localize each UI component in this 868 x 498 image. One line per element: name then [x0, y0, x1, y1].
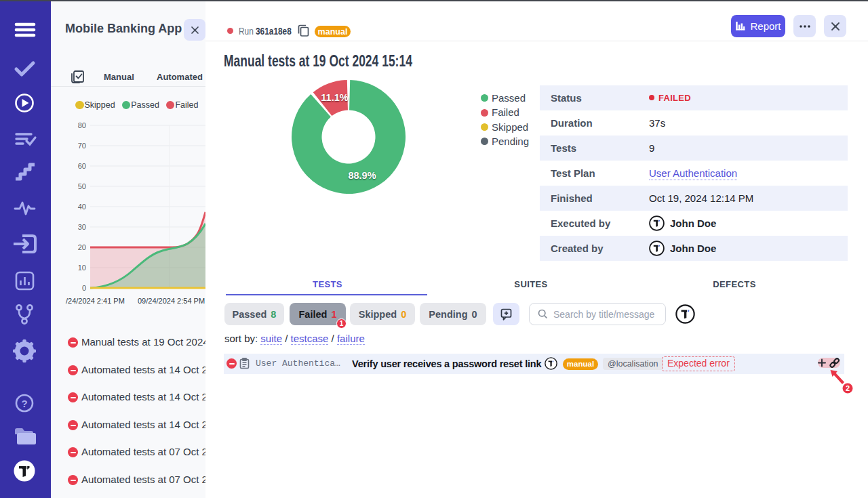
svg-text:80: 80	[78, 121, 86, 129]
svg-text:50: 50	[78, 182, 86, 190]
svg-text:/24/2024 2:41 PM: /24/2024 2:41 PM	[66, 297, 125, 305]
svg-text:60: 60	[78, 162, 86, 170]
svg-text:0: 0	[82, 284, 86, 292]
svg-text:88.9%: 88.9%	[348, 170, 376, 181]
svg-text:?: ?	[21, 398, 27, 409]
svg-text:20: 20	[78, 243, 86, 251]
svg-text:10: 10	[78, 264, 86, 272]
svg-text:09/24/2024 2:54 PM: 09/24/2024 2:54 PM	[138, 297, 205, 305]
svg-text:40: 40	[78, 203, 86, 211]
svg-text:11.1%: 11.1%	[321, 92, 348, 103]
svg-text:2: 2	[846, 384, 850, 392]
svg-text:70: 70	[78, 142, 86, 150]
svg-text:30: 30	[78, 223, 86, 231]
